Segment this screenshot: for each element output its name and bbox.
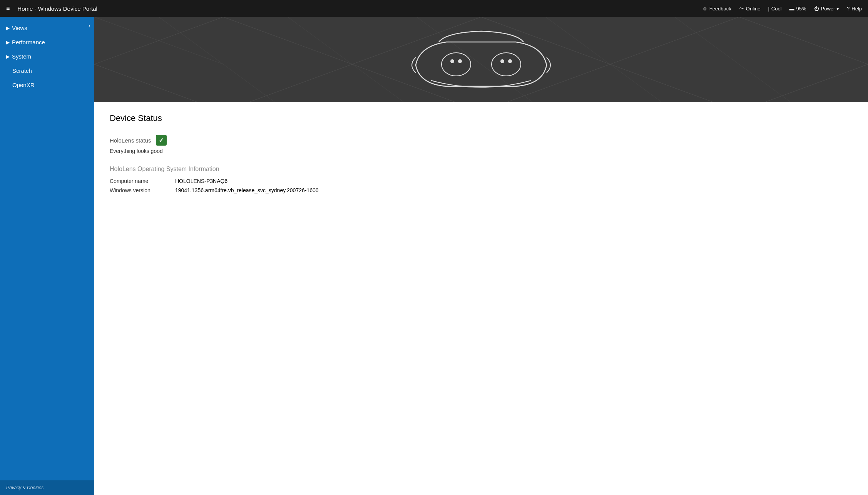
sidebar-item-openxr[interactable]: OpenXR bbox=[0, 78, 94, 92]
help-icon: ? bbox=[847, 6, 850, 12]
sidebar-item-views[interactable]: ▶ Views bbox=[0, 21, 94, 35]
help-label: Help bbox=[851, 6, 862, 12]
feedback-button[interactable]: ☺ Feedback bbox=[702, 6, 731, 12]
computer-name-label: Computer name bbox=[110, 178, 164, 184]
online-icon: 〜 bbox=[739, 5, 744, 12]
windows-version-value: 19041.1356.arm64fre.vb_release_svc_sydne… bbox=[175, 187, 319, 193]
sidebar-item-scratch-label: Scratch bbox=[12, 67, 32, 74]
hamburger-icon[interactable]: ≡ bbox=[6, 5, 10, 12]
header-actions: ☺ Feedback 〜 Online | Cool ▬ 95% ⏻ Power… bbox=[702, 5, 862, 12]
system-arrow-icon: ▶ bbox=[6, 54, 10, 59]
sidebar-item-performance[interactable]: ▶ Performance bbox=[0, 35, 94, 49]
sidebar-item-system-label: System bbox=[12, 53, 31, 60]
battery-icon: ▬ bbox=[789, 6, 794, 12]
computer-name-value: HOLOLENS-P3NAQ6 bbox=[175, 178, 227, 184]
views-arrow-icon: ▶ bbox=[6, 25, 10, 31]
content-area: Device Status HoloLens status ✓ Everythi… bbox=[94, 17, 868, 495]
performance-arrow-icon: ▶ bbox=[6, 40, 10, 45]
sidebar-nav: ▶ Views ▶ Performance ▶ System Scratch O… bbox=[0, 21, 94, 480]
hololens-status-row: HoloLens status ✓ bbox=[110, 135, 853, 146]
hero-banner bbox=[94, 17, 868, 102]
feedback-icon: ☺ bbox=[702, 6, 707, 12]
sidebar-item-openxr-label: OpenXR bbox=[12, 82, 35, 88]
privacy-cookies-link[interactable]: Privacy & Cookies bbox=[0, 480, 94, 495]
os-info-title: HoloLens Operating System Information bbox=[110, 166, 853, 173]
battery-status: ▬ 95% bbox=[789, 6, 806, 12]
battery-label: 95% bbox=[796, 6, 806, 12]
checkmark-icon: ✓ bbox=[159, 137, 164, 144]
sidebar-item-views-label: Views bbox=[12, 25, 27, 31]
online-status: 〜 Online bbox=[739, 5, 761, 12]
page-title: Home - Windows Device Portal bbox=[17, 5, 697, 12]
power-button[interactable]: ⏻ Power ▾ bbox=[814, 6, 839, 12]
svg-point-23 bbox=[500, 59, 504, 63]
svg-point-24 bbox=[508, 59, 512, 63]
svg-point-20 bbox=[450, 59, 454, 63]
online-label: Online bbox=[746, 6, 761, 12]
sidebar-collapse-button[interactable]: ‹ bbox=[85, 21, 94, 31]
temperature-icon: | bbox=[768, 6, 769, 12]
hololens-illustration bbox=[400, 27, 562, 92]
device-status-section: Device Status HoloLens status ✓ Everythi… bbox=[94, 102, 868, 208]
status-badge: ✓ bbox=[156, 135, 167, 146]
computer-name-row: Computer name HOLOLENS-P3NAQ6 bbox=[110, 178, 853, 184]
windows-version-row: Windows version 19041.1356.arm64fre.vb_r… bbox=[110, 187, 853, 193]
svg-point-22 bbox=[492, 53, 521, 76]
status-message: Everything looks good bbox=[110, 148, 853, 154]
hololens-status-label: HoloLens status bbox=[110, 137, 151, 144]
temperature-label: Cool bbox=[771, 6, 782, 12]
svg-point-21 bbox=[458, 59, 462, 63]
svg-point-19 bbox=[442, 53, 471, 76]
header-bar: ≡ Home - Windows Device Portal ☺ Feedbac… bbox=[0, 0, 868, 17]
sidebar-item-scratch[interactable]: Scratch bbox=[0, 64, 94, 78]
os-info-section: HoloLens Operating System Information Co… bbox=[110, 166, 853, 193]
main-container: ‹ ▶ Views ▶ Performance ▶ System Scratch… bbox=[0, 17, 868, 495]
help-button[interactable]: ? Help bbox=[847, 6, 862, 12]
sidebar: ‹ ▶ Views ▶ Performance ▶ System Scratch… bbox=[0, 17, 94, 495]
power-icon: ⏻ bbox=[814, 6, 819, 12]
hololens-status-section: HoloLens status ✓ Everything looks good bbox=[110, 135, 853, 154]
temperature-status: | Cool bbox=[768, 6, 781, 12]
sidebar-item-system[interactable]: ▶ System bbox=[0, 49, 94, 64]
device-status-title: Device Status bbox=[110, 113, 853, 123]
power-label: Power ▾ bbox=[821, 6, 839, 12]
sidebar-item-performance-label: Performance bbox=[12, 39, 45, 45]
feedback-label: Feedback bbox=[709, 6, 731, 12]
windows-version-label: Windows version bbox=[110, 187, 164, 193]
